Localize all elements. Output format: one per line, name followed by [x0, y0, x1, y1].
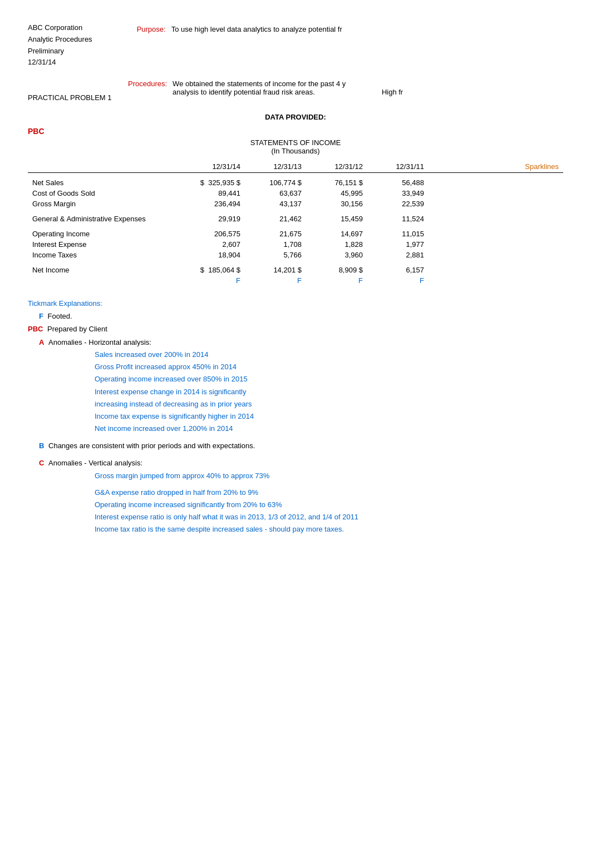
tickmark-pbc-row: PBC Prepared by Client	[28, 323, 563, 335]
company-name: ABC Corporation	[28, 22, 92, 34]
tick-pbc-label: PBC	[28, 325, 43, 333]
net-sales-2012: 76,151 $	[306, 177, 367, 188]
gm-2013: 43,137	[245, 199, 306, 209]
row-label-op-income: Operating Income	[28, 229, 184, 239]
procedures-text1: We obtained the statements of income for…	[173, 80, 403, 88]
footmark-2011: F	[367, 275, 429, 286]
statements-title: STATEMENTS OF INCOME	[28, 138, 563, 147]
tick-f-text: Footed.	[48, 312, 72, 320]
table-row-footmarks: F F F F	[28, 275, 563, 286]
table-row: Operating Income 206,575 21,675 14,697 1…	[28, 229, 563, 239]
table-header-row: 12/31/14 12/31/13 12/31/12 12/31/11 Spar…	[28, 161, 563, 173]
tickmark-section: Tickmark Explanations: F Footed. PBC Pre…	[28, 297, 563, 535]
ga-2012: 15,459	[306, 214, 367, 224]
anomaly-c-spacer	[95, 482, 563, 487]
data-provided-title: DATA PROVIDED:	[265, 113, 326, 121]
anomaly-c4: Interest expense ratio is only half what…	[95, 511, 563, 523]
cogs-2013: 63,637	[245, 188, 306, 199]
ni-2013: 14,201 $	[245, 265, 306, 275]
anomaly-a3: Operating income increased over 850% in …	[95, 373, 563, 385]
cogs-2012: 45,995	[306, 188, 367, 199]
header-section: ABC Corporation Analytic Procedures Prel…	[28, 22, 563, 68]
col-header-date2: 12/31/13	[245, 161, 306, 173]
op-2013: 21,675	[245, 229, 306, 239]
cogs-spark	[429, 188, 563, 199]
tick-b-text: Changes are consistent with prior period…	[48, 442, 255, 450]
int-2011: 1,977	[367, 239, 429, 250]
int-2014: 2,607	[184, 239, 245, 250]
int-2012: 1,828	[306, 239, 367, 250]
col-header-date4: 12/31/11	[367, 161, 429, 173]
footmark-2012: F	[306, 275, 367, 286]
gm-2014: 236,494	[184, 199, 245, 209]
op-spark	[429, 229, 563, 239]
op-2014: 206,575	[184, 229, 245, 239]
header-right: Purpose: To use high level data analytic…	[137, 22, 563, 68]
net-sales-2014: $ 325,935 $	[184, 177, 245, 188]
anomaly-c2: G&A expense ratio dropped in half from 2…	[95, 487, 563, 499]
tax-spark	[429, 250, 563, 260]
op-2011: 11,015	[367, 229, 429, 239]
footmark-label	[28, 275, 184, 286]
header-date: 12/31/14	[28, 57, 92, 68]
tickmark-c-row: C Anomalies - Vertical analysis:	[39, 457, 563, 469]
tick-a-label: A	[39, 338, 44, 346]
anomaly-c5: Income tax ratio is the same despite inc…	[95, 523, 563, 535]
header-left: ABC Corporation Analytic Procedures Prel…	[28, 22, 92, 68]
row-label-net-income: Net Income	[28, 265, 184, 275]
col-header-label	[28, 161, 184, 173]
practical-label: PRACTICAL PROBLEM 1	[28, 93, 128, 102]
procedures-text2: analysis to identify potential fraud ris…	[173, 88, 315, 96]
row-label-ga: General & Administrative Expenses	[28, 214, 184, 224]
row-label-interest: Interest Expense	[28, 239, 184, 250]
net-sales-2013: 106,774 $	[245, 177, 306, 188]
anomaly-a7: Net income increased over 1,200% in 2014	[95, 423, 563, 435]
high-fr-text: High fr	[382, 88, 403, 96]
col-header-sparklines: Sparklines	[429, 161, 563, 173]
tax-2014: 18,904	[184, 250, 245, 260]
anomaly-a2: Gross Profit increased approx 450% in 20…	[95, 361, 563, 373]
footmark-spark	[429, 275, 563, 286]
table-row: Interest Expense 2,607 1,708 1,828 1,977	[28, 239, 563, 250]
tickmark-f-row: F Footed.	[39, 310, 563, 323]
gm-2011: 22,539	[367, 199, 429, 209]
int-2013: 1,708	[245, 239, 306, 250]
purpose-row: Purpose: To use high level data analytic…	[137, 25, 563, 33]
practical-left: PRACTICAL PROBLEM 1	[28, 80, 128, 102]
statements-section: STATEMENTS OF INCOME (In Thousands)	[28, 138, 563, 155]
footmark-2014: F	[184, 275, 245, 286]
footmark-2013: F	[245, 275, 306, 286]
anomaly-a4: Interest expense change in 2014 is signi…	[95, 386, 563, 398]
procedures-content: We obtained the statements of income for…	[173, 80, 403, 96]
tax-2012: 3,960	[306, 250, 367, 260]
ni-2014: $ 185,064 $	[184, 265, 245, 275]
spacer	[28, 224, 563, 229]
anomaly-a6: Income tax expense is significantly high…	[95, 410, 563, 423]
table-row: Cost of Goods Sold 89,441 63,637 45,995 …	[28, 188, 563, 199]
row-label-cogs: Cost of Goods Sold	[28, 188, 184, 199]
ga-2014: 29,919	[184, 214, 245, 224]
tax-2013: 5,766	[245, 250, 306, 260]
spacer	[28, 260, 563, 265]
procedures-label: Procedures:	[128, 80, 167, 88]
ni-2012: 8,909 $	[306, 265, 367, 275]
ni-spark	[429, 265, 563, 275]
tickmark-a-row: A Anomalies - Horizontal analysis:	[39, 336, 563, 349]
gm-2012: 30,156	[306, 199, 367, 209]
tick-c-label: C	[39, 459, 44, 467]
col-header-date3: 12/31/12	[306, 161, 367, 173]
tickmark-title-text: Tickmark Explanations:	[28, 299, 102, 307]
practical-section: PRACTICAL PROBLEM 1 Procedures: We obtai…	[28, 80, 563, 102]
statements-subtitle: (In Thousands)	[28, 147, 563, 155]
cogs-2011: 33,949	[367, 188, 429, 199]
row-label-taxes: Income Taxes	[28, 250, 184, 260]
net-sales-spark	[429, 177, 563, 188]
ni-2011: 6,157	[367, 265, 429, 275]
table-row: General & Administrative Expenses 29,919…	[28, 214, 563, 224]
tickmark-b-row: B Changes are consistent with prior peri…	[28, 439, 563, 452]
tick-a-text: Anomalies - Horizontal analysis:	[48, 338, 151, 346]
ga-2013: 21,462	[245, 214, 306, 224]
tick-pbc-text: Prepared by Client	[47, 325, 107, 333]
anomaly-c1: Gross margin jumped from approx 40% to a…	[95, 470, 563, 482]
table-row: Net Income $ 185,064 $ 14,201 $ 8,909 $ …	[28, 265, 563, 275]
